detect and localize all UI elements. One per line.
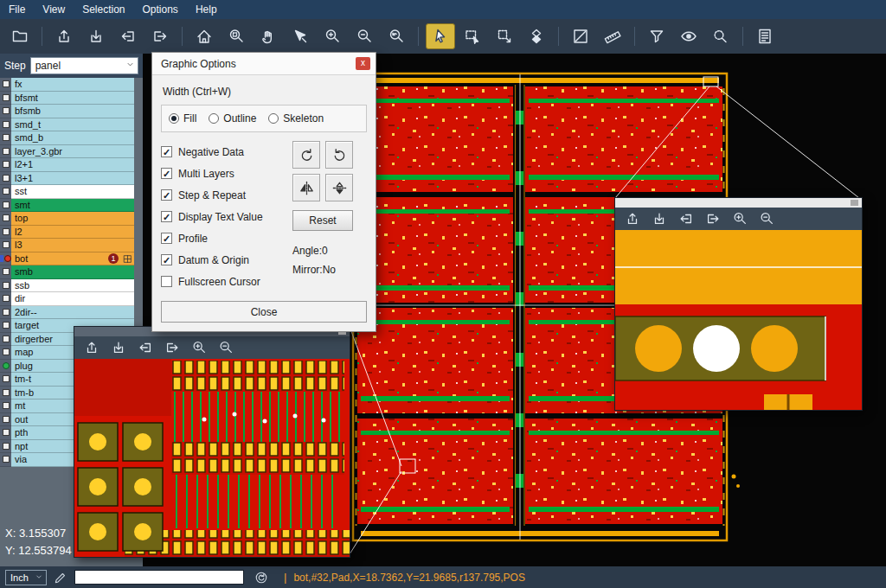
layer-checkbox[interactable]: [3, 389, 10, 396]
layer-visibility-cell[interactable]: [0, 453, 11, 467]
box-arrow-up-button[interactable]: [49, 23, 79, 49]
box-arrow-left-button[interactable]: [113, 23, 143, 49]
box-arrow-up-button[interactable]: [623, 209, 642, 228]
layer-row-sst[interactable]: sst: [0, 185, 134, 199]
layer-visibility-cell[interactable]: [0, 292, 11, 306]
layer-visibility-cell[interactable]: [0, 265, 11, 279]
layer-checkbox[interactable]: [3, 148, 10, 155]
filter-funnel-button[interactable]: [642, 23, 671, 49]
layer-checkbox[interactable]: [3, 295, 10, 302]
layer-visibility-cell[interactable]: [0, 319, 11, 333]
layer-row-top[interactable]: top: [0, 212, 134, 226]
layer-visibility-cell[interactable]: [0, 399, 11, 413]
zoom-out-button[interactable]: [757, 209, 776, 228]
layer-row-l2+1[interactable]: l2+1: [0, 158, 134, 172]
layer-visibility-cell[interactable]: [0, 239, 11, 252]
layer-checkbox[interactable]: [3, 416, 10, 423]
layer-visibility-cell[interactable]: [0, 306, 11, 320]
layer-visibility-cell[interactable]: [0, 118, 11, 132]
layer-row-smd_t[interactable]: smd_t: [0, 118, 134, 132]
box-arrow-down-button[interactable]: [109, 338, 128, 357]
layer-grid-icon[interactable]: [123, 254, 132, 264]
menu-item-file[interactable]: File: [9, 3, 25, 16]
magnifier-window-2[interactable]: [614, 197, 863, 411]
mirror-v-button[interactable]: [325, 174, 353, 201]
zoom-region-button[interactable]: [222, 23, 251, 49]
layer-visibility-cell[interactable]: [0, 279, 11, 293]
layer-checkbox[interactable]: [3, 322, 10, 329]
layer-checkbox[interactable]: [3, 241, 10, 248]
checkbox-fullscreen-cursor[interactable]: Fullscreen Cursor: [161, 271, 292, 292]
mirror-h-button[interactable]: [292, 174, 320, 201]
checkbox-datum-origin[interactable]: ✓Datum & Origin: [161, 249, 292, 271]
pointer-drag-button[interactable]: [286, 23, 315, 49]
layer-row-ssb[interactable]: ssb: [0, 279, 134, 293]
magnifier-titlebar[interactable]: [615, 198, 862, 208]
menu-item-view[interactable]: View: [42, 3, 65, 16]
layer-row-l3+1[interactable]: l3+1: [0, 172, 134, 186]
box-arrow-left-button[interactable]: [136, 338, 155, 357]
layer-checkbox[interactable]: [3, 107, 10, 114]
layer-visibility-cell[interactable]: [0, 360, 11, 374]
zoom-in-button[interactable]: [730, 209, 749, 228]
close-button[interactable]: Close: [161, 301, 367, 323]
layer-checkbox[interactable]: [3, 348, 10, 355]
box-arrow-right-button[interactable]: [703, 209, 722, 228]
layer-visibility-cell[interactable]: [0, 212, 11, 226]
zoom-out-button[interactable]: [350, 23, 379, 49]
select-transform-button[interactable]: [490, 23, 519, 49]
cursor-button[interactable]: [426, 23, 455, 49]
layer-checkbox[interactable]: [3, 443, 10, 450]
layer-row-smt[interactable]: smt: [0, 199, 134, 213]
layer-visibility-cell[interactable]: [0, 346, 11, 360]
checkbox-display-text-value[interactable]: ✓Display Text Value: [161, 206, 292, 227]
zoom-in-button[interactable]: [189, 338, 209, 357]
menu-item-help[interactable]: Help: [196, 3, 217, 16]
zoom-previous-button[interactable]: [382, 23, 411, 49]
refresh-icon[interactable]: [254, 571, 268, 585]
layer-visibility-cell[interactable]: [0, 426, 11, 440]
home-button[interactable]: [189, 23, 219, 49]
layer-checkbox[interactable]: [3, 375, 10, 382]
layer-row-fx[interactable]: fx: [0, 78, 134, 92]
layer-checkbox[interactable]: [3, 188, 10, 195]
layer-visibility-cell[interactable]: [0, 185, 11, 199]
magnifier-window-1[interactable]: [74, 326, 350, 558]
layer-row-l3[interactable]: l3: [0, 239, 134, 252]
line-tool-button[interactable]: [566, 23, 595, 49]
layer-row-smd_b[interactable]: smd_b: [0, 131, 134, 145]
layer-visibility-cell[interactable]: [0, 387, 11, 400]
box-arrow-right-button[interactable]: [145, 23, 175, 49]
layer-checkbox[interactable]: [3, 456, 10, 463]
layer-visibility-cell[interactable]: [0, 172, 11, 186]
pan-hand-button[interactable]: [254, 23, 283, 49]
layers-diamond-button[interactable]: [522, 23, 551, 49]
layer-checkbox[interactable]: [3, 214, 10, 221]
box-arrow-right-button[interactable]: [163, 338, 182, 357]
layer-visibility-cell[interactable]: [0, 440, 11, 454]
dialog-titlebar[interactable]: Graphic Options x: [152, 53, 376, 75]
layer-checkbox[interactable]: [3, 175, 10, 182]
layer-visibility-cell[interactable]: [0, 92, 11, 105]
layer-visibility-cell[interactable]: [0, 373, 11, 387]
checkbox-profile[interactable]: ✓Profile: [161, 227, 292, 249]
layer-visibility-cell[interactable]: [0, 158, 11, 172]
find-pattern-button[interactable]: [706, 23, 735, 49]
reset-button[interactable]: Reset: [292, 210, 353, 231]
layer-visibility-cell[interactable]: [0, 78, 11, 92]
layer-checkbox[interactable]: [3, 228, 10, 235]
box-arrow-down-button[interactable]: [650, 209, 669, 228]
select-rect-button[interactable]: [458, 23, 487, 49]
box-arrow-up-button[interactable]: [82, 338, 101, 357]
report-list-button[interactable]: [750, 23, 780, 49]
layer-visibility-cell[interactable]: [0, 105, 11, 118]
menu-item-selection[interactable]: Selection: [82, 3, 125, 16]
unit-select[interactable]: Inch: [5, 570, 47, 585]
layer-checkbox[interactable]: [3, 134, 10, 141]
layer-checkbox[interactable]: [3, 161, 10, 168]
dialog-close-button[interactable]: x: [356, 57, 370, 70]
layer-row-l2[interactable]: l2: [0, 226, 134, 240]
layer-checkbox[interactable]: [3, 94, 10, 101]
layer-row-bot[interactable]: bot1: [0, 252, 134, 266]
layer-row-bfsmt[interactable]: bfsmt: [0, 92, 134, 105]
